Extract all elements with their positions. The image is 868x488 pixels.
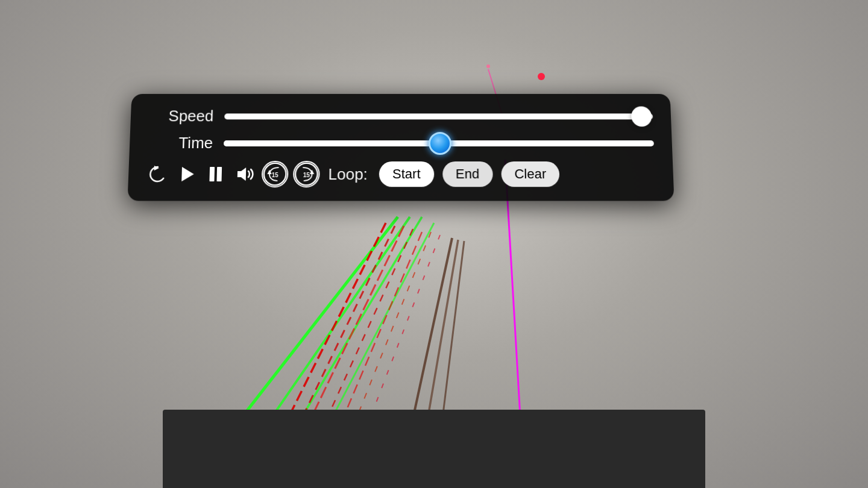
skip-back-button[interactable]: 15 — [262, 161, 289, 187]
svg-marker-19 — [181, 167, 194, 181]
time-slider-fill — [224, 140, 439, 146]
speed-slider-thumb[interactable] — [631, 106, 652, 127]
svg-rect-20 — [209, 167, 215, 181]
svg-text:15: 15 — [271, 172, 278, 178]
loop-end-button[interactable]: End — [442, 161, 493, 187]
replay-icon — [148, 164, 168, 184]
loop-clear-button[interactable]: Clear — [501, 161, 560, 187]
speed-slider-track[interactable] — [224, 113, 653, 119]
skip-forward-button[interactable]: 15 — [293, 161, 320, 187]
svg-rect-21 — [216, 167, 222, 181]
loop-label: Loop: — [328, 165, 368, 184]
controls-row: 15 15 Loop: Start End Clear — [145, 161, 656, 187]
skip-forward-icon: 15 — [294, 161, 319, 187]
svg-text:15: 15 — [303, 172, 310, 178]
time-row: Time — [146, 134, 655, 152]
control-panel: Speed Time — [127, 94, 674, 201]
time-slider-track[interactable] — [224, 140, 654, 146]
replay-button[interactable] — [145, 162, 171, 186]
volume-button[interactable] — [232, 162, 257, 186]
play-button[interactable] — [174, 162, 199, 186]
skip-back-icon: 15 — [263, 161, 288, 187]
platform — [163, 410, 705, 488]
pause-icon — [206, 164, 225, 184]
svg-marker-22 — [237, 167, 247, 181]
play-icon — [177, 164, 197, 184]
time-slider-thumb[interactable] — [429, 132, 451, 155]
time-label: Time — [146, 134, 213, 152]
pause-button[interactable] — [203, 162, 228, 186]
loop-start-button[interactable]: Start — [379, 161, 434, 187]
speed-row: Speed — [147, 107, 653, 126]
volume-icon — [235, 164, 255, 184]
speed-label: Speed — [147, 107, 213, 126]
